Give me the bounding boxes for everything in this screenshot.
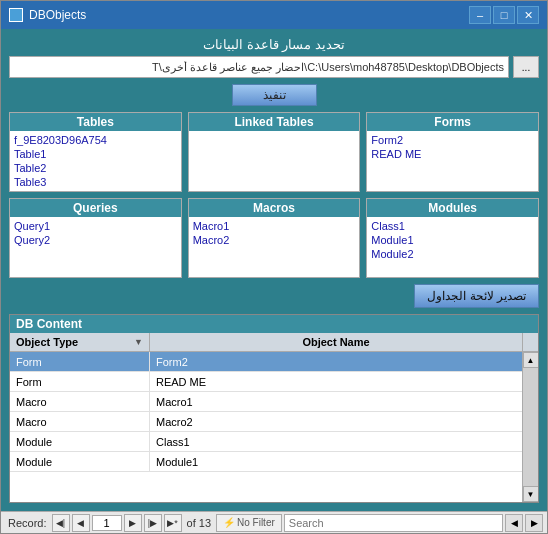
db-table: Object Type ▼ Object Name Form Form2 [10,333,538,502]
query-item[interactable]: Query1 [14,219,177,233]
table-row[interactable]: Macro Macro2 [10,412,522,432]
module-item[interactable]: Class1 [371,219,534,233]
vertical-scrollbar[interactable]: ▲ ▼ [522,352,538,502]
db-table-header: Object Type ▼ Object Name [10,333,522,352]
macros-items: Macro1 Macro2 [189,217,360,277]
module-item[interactable]: Module1 [371,233,534,247]
execute-button[interactable]: تنفيذ [232,84,317,106]
form-item[interactable]: READ ME [371,147,534,161]
main-window: DBObjects – □ ✕ تحديد مسار قاعدة البيانا… [0,0,548,534]
search-input[interactable] [284,514,503,532]
cell-name: Macro2 [150,412,522,431]
macro-item[interactable]: Macro1 [193,219,356,233]
col-name-header[interactable]: Object Name [150,333,522,351]
table-item[interactable]: Table3 [14,175,177,189]
nav-last-button[interactable]: |▶ [144,514,162,532]
arabic-title: تحديد مسار قاعدة البيانات [203,37,345,52]
macros-header: Macros [189,199,360,217]
record-number-input[interactable] [92,515,122,531]
nav-next-button[interactable]: ▶ [124,514,142,532]
query-item[interactable]: Query2 [14,233,177,247]
path-row: ... [9,56,539,78]
scroll-down-button[interactable]: ▼ [523,486,539,502]
db-content-title: DB Content [10,315,538,333]
category-tables: Tables f_9E8203D96A754 Table1 Table2 Tab… [9,112,182,192]
scroll-right-button[interactable]: ▶ [525,514,543,532]
tables-items: f_9E8203D96A754 Table1 Table2 Table3 [10,131,181,191]
filter-icon: ⚡ [223,517,235,528]
app-icon [9,8,23,22]
scroll-up-button[interactable]: ▲ [523,352,539,368]
category-linked-tables: Linked Tables [188,112,361,192]
col-type-header[interactable]: Object Type ▼ [10,333,150,351]
modules-header: Modules [367,199,538,217]
path-input[interactable] [9,56,509,78]
table-item[interactable]: Table2 [14,161,177,175]
cell-type: Form [10,352,150,371]
maximize-button[interactable]: □ [493,6,515,24]
modules-items: Class1 Module1 Module2 [367,217,538,277]
macro-item[interactable]: Macro2 [193,233,356,247]
db-content-section: DB Content Object Type ▼ Object Name [9,314,539,503]
window-title: DBObjects [29,8,86,22]
linked-tables-header: Linked Tables [189,113,360,131]
title-bar-left: DBObjects [9,8,86,22]
cell-name: Form2 [150,352,522,371]
main-content: تحديد مسار قاعدة البيانات ... تنفيذ Tabl… [1,29,547,511]
queries-header: Queries [10,199,181,217]
scroll-left-button[interactable]: ◀ [505,514,523,532]
table-item[interactable]: f_9E8203D96A754 [14,133,177,147]
header-section: تحديد مسار قاعدة البيانات ... تنفيذ [9,37,539,106]
category-queries: Queries Query1 Query2 [9,198,182,278]
browse-button[interactable]: ... [513,56,539,78]
db-table-body-wrapper: Form Form2 Form READ ME Macro Macro1 M [10,352,538,502]
category-macros: Macros Macro1 Macro2 [188,198,361,278]
queries-items: Query1 Query2 [10,217,181,277]
cell-type: Module [10,432,150,451]
cell-name: READ ME [150,372,522,391]
cell-type: Macro [10,412,150,431]
no-filter-label: No Filter [237,517,275,528]
export-button[interactable]: تصدير لائحة الجداول [414,284,539,308]
nav-first-button[interactable]: ◀| [52,514,70,532]
categories-grid: Tables f_9E8203D96A754 Table1 Table2 Tab… [9,112,539,278]
record-label: Record: [5,517,50,529]
cell-type: Module [10,452,150,471]
db-table-body[interactable]: Form Form2 Form READ ME Macro Macro1 M [10,352,522,502]
export-row: تصدير لائحة الجداول [9,284,539,308]
table-row[interactable]: Module Class1 [10,432,522,452]
form-item[interactable]: Form2 [371,133,534,147]
sort-arrow-icon[interactable]: ▼ [134,337,143,347]
horizontal-scroll-btns: ◀ ▶ [505,514,543,532]
cell-name: Macro1 [150,392,522,411]
cell-type: Macro [10,392,150,411]
tables-header: Tables [10,113,181,131]
module-item[interactable]: Module2 [371,247,534,261]
forms-items: Form2 READ ME [367,131,538,191]
table-item[interactable]: Table1 [14,147,177,161]
table-row[interactable]: Module Module1 [10,452,522,472]
scroll-header-spacer [522,333,538,352]
table-row[interactable]: Form READ ME [10,372,522,392]
cell-type: Form [10,372,150,391]
no-filter-button[interactable]: ⚡ No Filter [216,514,282,532]
nav-prev-button[interactable]: ◀ [72,514,90,532]
record-bar: Record: ◀| ◀ ▶ |▶ ▶* of 13 ⚡ No Filter ◀… [1,511,547,533]
title-bar: DBObjects – □ ✕ [1,1,547,29]
table-row[interactable]: Macro Macro1 [10,392,522,412]
category-modules: Modules Class1 Module1 Module2 [366,198,539,278]
close-button[interactable]: ✕ [517,6,539,24]
forms-header: Forms [367,113,538,131]
linked-tables-items [189,131,360,191]
scroll-track[interactable] [523,368,538,486]
category-forms: Forms Form2 READ ME [366,112,539,192]
table-row[interactable]: Form Form2 [10,352,522,372]
minimize-button[interactable]: – [469,6,491,24]
record-total: of 13 [184,517,214,529]
col-type-label: Object Type [16,336,78,348]
db-table-header-row: Object Type ▼ Object Name [10,333,538,352]
cell-name: Class1 [150,432,522,451]
nav-new-button[interactable]: ▶* [164,514,182,532]
cell-name: Module1 [150,452,522,471]
title-controls: – □ ✕ [469,6,539,24]
